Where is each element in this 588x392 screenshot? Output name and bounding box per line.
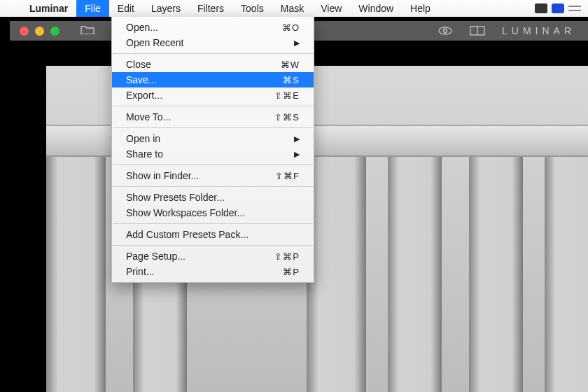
menu-view[interactable]: View bbox=[312, 0, 350, 17]
menu-item-label: Page Setup... bbox=[126, 251, 186, 262]
menu-item-share-to[interactable]: Share to▶ bbox=[112, 146, 314, 162]
menu-item-label: Export... bbox=[126, 90, 162, 101]
menu-item-label: Print... bbox=[126, 266, 154, 277]
zoom-window-button[interactable] bbox=[50, 27, 59, 36]
svg-point-1 bbox=[443, 29, 447, 33]
menu-separator bbox=[113, 164, 313, 165]
window-traffic-lights bbox=[10, 27, 69, 36]
menu-item-shortcut: ⇧⌘S bbox=[274, 112, 300, 122]
menu-item-shortcut: ⌘W bbox=[281, 59, 300, 70]
menu-filters[interactable]: Filters bbox=[189, 0, 232, 17]
menu-item-label: Show Workspaces Folder... bbox=[126, 207, 245, 218]
menu-help[interactable]: Help bbox=[402, 0, 439, 17]
svg-point-0 bbox=[439, 27, 451, 34]
menu-item-close[interactable]: Close⌘W bbox=[112, 57, 314, 72]
compare-icon[interactable] bbox=[470, 25, 485, 36]
menu-item-label: Show in Finder... bbox=[126, 170, 199, 181]
menu-item-page-setup[interactable]: Page Setup...⇧⌘P bbox=[112, 248, 314, 264]
app-icon[interactable] bbox=[552, 4, 564, 13]
menubar-status-icons bbox=[535, 4, 588, 13]
menu-separator bbox=[113, 127, 313, 128]
menu-item-show-presets-folder[interactable]: Show Presets Folder... bbox=[112, 190, 314, 205]
menu-edit[interactable]: Edit bbox=[109, 0, 143, 17]
menu-item-label: Open Recent bbox=[126, 37, 184, 48]
menu-item-label: Open in bbox=[126, 133, 160, 144]
menu-item-show-workspaces-folder[interactable]: Show Workspaces Folder... bbox=[112, 205, 314, 220]
menu-item-shortcut: ⌘P bbox=[283, 267, 300, 277]
menu-item-shortcut: ⇧⌘E bbox=[274, 90, 300, 101]
menu-layers[interactable]: Layers bbox=[143, 0, 189, 17]
menu-item-label: Add Custom Presets Pack... bbox=[126, 229, 248, 240]
menu-item-print[interactable]: Print...⌘P bbox=[112, 264, 314, 279]
folder-icon[interactable] bbox=[80, 24, 94, 37]
menu-item-open-in[interactable]: Open in▶ bbox=[112, 131, 314, 146]
menu-mask[interactable]: Mask bbox=[272, 0, 312, 17]
menu-item-shortcut: ⇧⌘P bbox=[274, 251, 300, 262]
menu-item-shortcut: ⇧⌘F bbox=[275, 171, 300, 181]
menu-item-move-to[interactable]: Move To...⇧⌘S bbox=[112, 109, 314, 125]
menu-item-shortcut: ⌘O bbox=[282, 22, 300, 33]
menu-item-shortcut: ⌘S bbox=[283, 75, 300, 85]
menu-item-open-recent[interactable]: Open Recent▶ bbox=[112, 35, 314, 50]
menu-item-save[interactable]: Save...⌘S bbox=[112, 72, 314, 88]
menu-tools[interactable]: Tools bbox=[232, 0, 272, 17]
menu-item-label: Save... bbox=[126, 74, 157, 85]
file-menu-dropdown: Open...⌘OOpen Recent▶Close⌘WSave...⌘SExp… bbox=[111, 17, 314, 283]
app-name[interactable]: Luminar bbox=[21, 3, 76, 14]
menu-separator bbox=[113, 223, 313, 224]
menu-item-label: Share to bbox=[126, 148, 163, 160]
submenu-arrow-icon: ▶ bbox=[294, 134, 300, 144]
menu-file[interactable]: File bbox=[76, 0, 109, 17]
menu-item-add-custom-presets-pack[interactable]: Add Custom Presets Pack... bbox=[112, 227, 314, 242]
menu-item-label: Show Presets Folder... bbox=[126, 192, 225, 203]
submenu-arrow-icon: ▶ bbox=[294, 150, 300, 159]
menu-item-export[interactable]: Export...⇧⌘E bbox=[112, 88, 314, 103]
menu-separator bbox=[113, 245, 313, 246]
close-window-button[interactable] bbox=[20, 27, 29, 36]
menu-extra-icon[interactable] bbox=[568, 6, 581, 11]
brand-label: LUMINAR bbox=[502, 25, 575, 36]
display-icon[interactable] bbox=[535, 4, 547, 13]
menu-item-label: Move To... bbox=[126, 111, 171, 122]
minimize-window-button[interactable] bbox=[35, 27, 44, 36]
menu-window[interactable]: Window bbox=[350, 0, 402, 17]
menu-item-open[interactable]: Open...⌘O bbox=[112, 20, 314, 35]
system-menubar: Luminar FileEditLayersFiltersToolsMaskVi… bbox=[0, 0, 588, 17]
menu-separator bbox=[113, 53, 313, 54]
menu-item-label: Open... bbox=[126, 22, 158, 33]
menu-separator bbox=[113, 186, 313, 187]
preview-icon[interactable] bbox=[438, 25, 453, 36]
menu-item-label: Close bbox=[126, 59, 151, 70]
menu-item-show-in-finder[interactable]: Show in Finder...⇧⌘F bbox=[112, 168, 314, 183]
submenu-arrow-icon: ▶ bbox=[294, 38, 300, 48]
menu-separator bbox=[113, 106, 313, 106]
